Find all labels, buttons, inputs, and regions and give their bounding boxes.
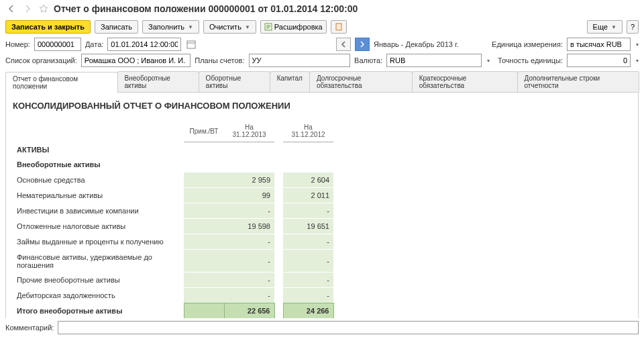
chevron-down-icon[interactable]: ▾: [636, 42, 639, 48]
number-input[interactable]: [34, 38, 81, 51]
currency-input[interactable]: [386, 54, 482, 67]
period-next-button[interactable]: [355, 38, 370, 51]
main-toolbar: Записать и закрыть Записать Заполнить▼ О…: [0, 17, 644, 36]
report-button[interactable]: [331, 20, 347, 34]
page-title: Отчет о финансовом положении 000000001 о…: [54, 3, 358, 14]
col-header-prim: Прим./ВТ: [184, 120, 224, 142]
tab-current-assets[interactable]: Оборотные активы: [199, 71, 270, 92]
period-value: Январь - Декабрь 2013 г.: [374, 40, 488, 48]
table-row: Займы выданные и проценты к получению--: [13, 234, 333, 250]
comment-input[interactable]: [58, 321, 639, 334]
decrypt-button[interactable]: Расшифровка: [260, 20, 327, 34]
plans-label: Планы счетов:: [195, 56, 244, 64]
table-row: Основные средства2 9592 604: [13, 173, 333, 188]
orgs-input[interactable]: [81, 54, 191, 67]
orgs-label: Список организаций:: [5, 56, 77, 64]
unit-input[interactable]: [567, 38, 631, 51]
table-row: Инвестиции в зависимые компании--: [13, 203, 333, 219]
save-close-button[interactable]: Записать и закрыть: [5, 20, 91, 34]
table-row: Нематериальные активы992 011: [13, 188, 333, 203]
plans-input[interactable]: [249, 54, 351, 67]
currency-label: Валюта:: [354, 56, 382, 64]
fill-button[interactable]: Заполнить▼: [142, 20, 199, 34]
star-icon[interactable]: [38, 3, 50, 15]
title-bar: Отчет о финансовом положении 000000001 о…: [0, 0, 644, 17]
svg-rect-1: [336, 23, 341, 30]
save-button[interactable]: Записать: [95, 20, 138, 34]
chevron-down-icon[interactable]: ▾: [636, 58, 639, 64]
chevron-down-icon[interactable]: ▾: [487, 58, 490, 64]
table-row: Финансовые активы, удерживаемые до погаш…: [13, 250, 333, 273]
report-table: Прим./ВТ На 31.12.2013 На 31.12.2012 АКТ…: [13, 120, 334, 336]
total-row: Итого внеоборотные активы 22 656 24 266: [13, 303, 333, 319]
report-area[interactable]: КОНСОЛИДИРОВАННЫЙ ОТЧЕТ О ФИНАНСОВОМ ПОЛ…: [5, 93, 639, 336]
comment-label: Комментарий:: [5, 324, 54, 332]
tab-longterm-liabilities[interactable]: Долгосрочные обязательства: [309, 71, 413, 92]
tab-capital[interactable]: Капитал: [270, 71, 310, 92]
date-input[interactable]: [107, 38, 181, 51]
table-row: Прочие внеоборотные активы--: [13, 273, 333, 288]
precision-label: Точность единицы:: [498, 56, 563, 64]
footer: Комментарий:: [0, 318, 644, 337]
col-header-2: На 31.12.2012: [283, 120, 333, 142]
report-title: КОНСОЛИДИРОВАННЫЙ ОТЧЕТ О ФИНАНСОВОМ ПОЛ…: [13, 101, 631, 111]
form-row-1: Номер: Дата: Январь - Декабрь 2013 г. Ед…: [0, 36, 644, 52]
tab-noncurrent-assets[interactable]: Внеоборотные активы: [117, 71, 199, 92]
calendar-icon[interactable]: [185, 38, 197, 50]
svg-rect-2: [187, 41, 195, 48]
table-row: Отложенные налоговые активы19 59819 651: [13, 219, 333, 234]
tab-financial-position[interactable]: Отчет о финансовом положении: [5, 72, 118, 93]
period-prev-button[interactable]: [336, 38, 351, 51]
section-noncurrent: Внеоборотные активы: [13, 157, 333, 173]
help-button[interactable]: ?: [627, 20, 639, 34]
section-assets: АКТИВЫ: [13, 142, 333, 158]
unit-label: Единица измерения:: [492, 40, 563, 48]
table-row: Дебиторская задолженность--: [13, 288, 333, 303]
tab-additional-lines[interactable]: Дополнительные строки отчетности: [517, 71, 639, 92]
precision-input[interactable]: [567, 54, 631, 67]
tab-shortterm-liabilities[interactable]: Краткосрочные обязательства: [412, 71, 518, 92]
col-header-1: На 31.12.2013: [224, 120, 274, 142]
number-label: Номер:: [5, 40, 30, 48]
date-label: Дата:: [85, 40, 103, 48]
back-icon[interactable]: [5, 3, 17, 15]
forward-icon[interactable]: [21, 3, 34, 15]
more-button[interactable]: Еще▼: [587, 20, 623, 34]
tab-bar: Отчет о финансовом положении Внеоборотны…: [5, 71, 639, 93]
form-row-2: Список организаций: Планы счетов: Валюта…: [0, 52, 644, 68]
clear-button[interactable]: Очистить▼: [203, 20, 256, 34]
